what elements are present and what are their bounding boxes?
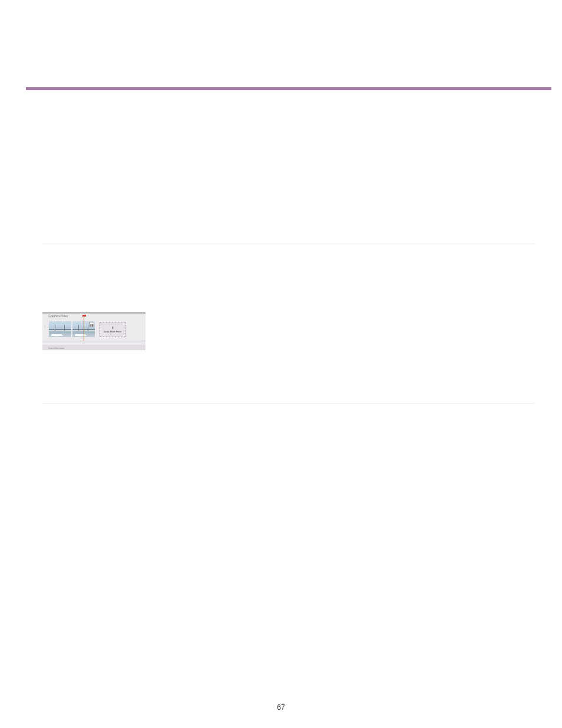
drop-files-target[interactable]: ⬇ Drop Files Here [100,322,125,337]
clip-thumbnail[interactable] [49,321,71,337]
download-icon: ⬇ [111,326,114,330]
transition-badge-icon[interactable]: ▮▮ [89,322,94,327]
timeline-figure: Graphics/Titles ⋮⋮ ▮▮ ⬇ Drop Files Here [42,312,146,350]
section-divider-2 [42,403,535,404]
track-label: Voice/Narration [48,347,64,350]
page-number: 67 [0,703,562,711]
narration-track-row[interactable]: Voice/Narration [42,345,146,350]
section-divider-1 [42,243,535,244]
drop-label: Drop Files Here [104,330,121,333]
header-rule [26,87,551,90]
track-label: Graphics/Titles [48,314,68,318]
audio-track-row[interactable] [42,341,146,345]
